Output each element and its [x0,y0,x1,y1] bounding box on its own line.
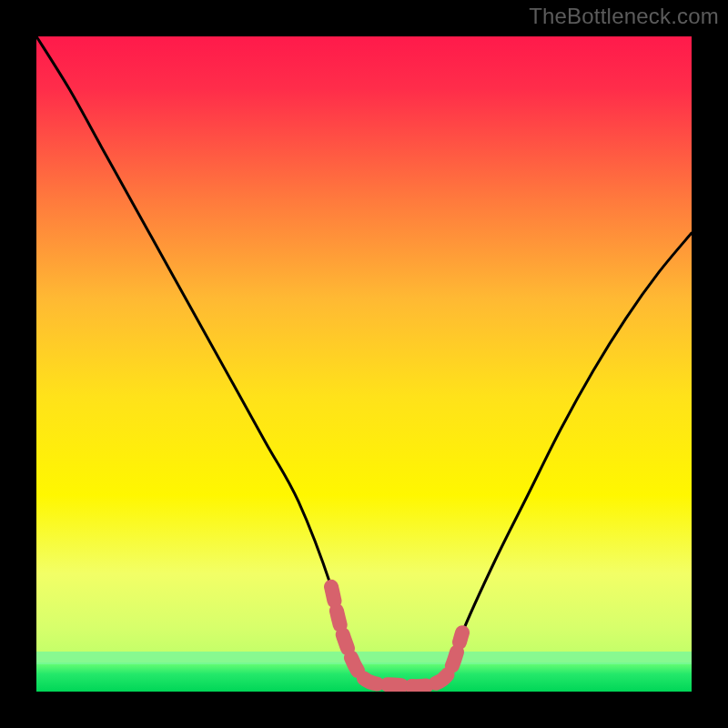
plot-area [36,36,692,692]
chart-svg [36,36,692,692]
gradient-background [36,36,692,692]
green-upper-stripe [36,652,692,664]
watermark-text: TheBottleneck.com [529,4,719,29]
chart-frame: TheBottleneck.com [0,0,728,728]
